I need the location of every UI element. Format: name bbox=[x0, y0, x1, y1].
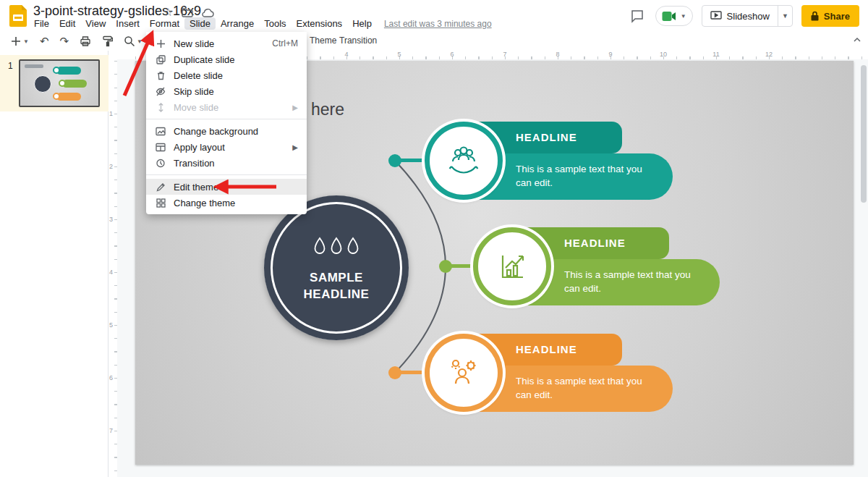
menu-format[interactable]: Format bbox=[145, 17, 184, 30]
menu-item-change-background[interactable]: Change background bbox=[146, 123, 307, 139]
header-actions: ▼ Slideshow ▼ Share bbox=[628, 5, 859, 27]
theme-button[interactable]: Theme bbox=[310, 35, 336, 46]
move-vertical-icon bbox=[155, 103, 166, 112]
menu-item-skip-slide[interactable]: Skip slide bbox=[146, 83, 307, 99]
change-theme-icon bbox=[155, 198, 166, 208]
move-folder-icon[interactable] bbox=[182, 8, 193, 17]
thumb-green-pill bbox=[62, 80, 87, 88]
google-slides-logo-icon[interactable] bbox=[9, 5, 27, 27]
slide-number-label: 1 bbox=[8, 61, 13, 71]
menu-item-delete-slide[interactable]: Delete slide bbox=[146, 67, 307, 83]
eye-off-icon bbox=[155, 87, 166, 96]
ruler-ticks bbox=[114, 61, 117, 477]
menu-item-duplicate-slide[interactable]: Duplicate slide bbox=[146, 51, 307, 67]
ruler-number: 5 bbox=[392, 51, 407, 58]
ruler-number: 6 bbox=[109, 374, 113, 381]
undo-button[interactable]: ↶ bbox=[40, 35, 49, 48]
paint-format-button[interactable] bbox=[102, 35, 113, 47]
vertical-scrollbar[interactable] bbox=[861, 65, 867, 203]
toolbar: ▼ ↶ ↷ ▼ Theme Transition bbox=[0, 32, 868, 51]
trash-icon bbox=[155, 71, 166, 80]
ruler-number: 3 bbox=[109, 216, 113, 223]
menu-file[interactable]: File bbox=[29, 17, 54, 30]
transition-icon bbox=[155, 159, 166, 168]
chevron-down-icon: ▼ bbox=[681, 13, 686, 20]
green-icon-circle[interactable] bbox=[473, 227, 551, 305]
slideshow-dropdown-button[interactable]: ▼ bbox=[778, 6, 792, 26]
ruler-number: 8 bbox=[550, 51, 565, 58]
menu-item-new-slide[interactable]: New slide Ctrl+M bbox=[146, 35, 307, 51]
share-button[interactable]: Share bbox=[801, 5, 859, 27]
filmstrip-row: 1 bbox=[0, 55, 109, 111]
growth-chart-icon bbox=[492, 246, 532, 287]
menu-extensions[interactable]: Extensions bbox=[292, 17, 348, 30]
video-camera-icon bbox=[662, 11, 676, 22]
share-label: Share bbox=[824, 11, 850, 22]
slideshow-label: Slideshow bbox=[727, 11, 770, 22]
comments-button[interactable] bbox=[628, 7, 647, 25]
plus-icon bbox=[155, 39, 166, 48]
print-button[interactable] bbox=[80, 35, 91, 47]
slideshow-icon bbox=[710, 11, 722, 21]
slideshow-button[interactable]: Slideshow bbox=[702, 6, 778, 26]
center-headline-circle[interactable] bbox=[264, 195, 409, 340]
menu-bar: File Edit View Insert Format Slide Arran… bbox=[29, 17, 492, 30]
edit-theme-icon bbox=[155, 182, 166, 192]
meet-button[interactable]: ▼ bbox=[655, 6, 693, 26]
menu-separator bbox=[146, 174, 307, 175]
menu-slide[interactable]: Slide bbox=[184, 17, 216, 30]
background-icon bbox=[155, 127, 166, 136]
cloud-status-icon[interactable] bbox=[202, 8, 214, 17]
ruler-number: 2 bbox=[109, 163, 113, 170]
duplicate-icon bbox=[155, 55, 166, 64]
ruler-number: 12 bbox=[762, 51, 776, 58]
menu-tools[interactable]: Tools bbox=[259, 17, 291, 30]
google-slides-window: 3-point-strategy-gslides-16x9 ☆ File Edi… bbox=[0, 0, 868, 477]
shortcut-label: Ctrl+M bbox=[272, 38, 298, 48]
menu-item-edit-theme[interactable]: Edit theme bbox=[146, 179, 307, 195]
drops-icon bbox=[312, 236, 360, 259]
people-hand-icon bbox=[443, 140, 484, 181]
menu-edit[interactable]: Edit bbox=[54, 17, 80, 30]
menu-help[interactable]: Help bbox=[347, 17, 377, 30]
transition-button[interactable]: Transition bbox=[339, 35, 377, 46]
ruler-number: 4 bbox=[109, 269, 113, 276]
menu-arrange[interactable]: Arrange bbox=[216, 17, 259, 30]
ruler-number: 7 bbox=[109, 427, 113, 434]
submenu-arrow-icon: ▶ bbox=[292, 143, 298, 151]
thumb-green-dot bbox=[59, 80, 66, 87]
redo-button[interactable]: ↷ bbox=[60, 35, 69, 48]
thumb-title-block bbox=[25, 64, 43, 68]
ruler-number: 1 bbox=[109, 110, 113, 117]
vertical-ruler[interactable]: 1 2 3 4 5 6 7 bbox=[109, 59, 117, 477]
last-edit-status[interactable]: Last edit was 3 minutes ago bbox=[384, 19, 492, 29]
thumb-orange-dot bbox=[53, 93, 60, 100]
menu-item-transition[interactable]: Transition bbox=[146, 155, 307, 171]
ruler-number: 4 bbox=[339, 51, 354, 58]
menu-item-apply-layout[interactable]: Apply layout ▶ bbox=[146, 139, 307, 155]
menu-item-move-slide[interactable]: Move slide ▶ bbox=[146, 99, 307, 115]
thumb-orange-pill bbox=[56, 93, 81, 101]
slide-dropdown-menu: New slide Ctrl+M Duplicate slide Delete … bbox=[146, 32, 307, 214]
lock-icon bbox=[811, 11, 819, 21]
submenu-arrow-icon: ▶ bbox=[292, 104, 298, 111]
menu-view[interactable]: View bbox=[80, 17, 111, 30]
ruler-number: 7 bbox=[498, 51, 512, 58]
top-bar: 3-point-strategy-gslides-16x9 ☆ File Edi… bbox=[0, 0, 868, 32]
menu-item-change-theme[interactable]: Change theme bbox=[146, 195, 307, 211]
thumb-center-circle bbox=[34, 75, 51, 93]
ruler-number: 5 bbox=[109, 321, 113, 329]
new-slide-button[interactable]: ▼ bbox=[10, 35, 29, 47]
zoom-button[interactable]: ▼ bbox=[124, 35, 142, 47]
menu-insert[interactable]: Insert bbox=[111, 17, 145, 30]
center-headline-text: SAMPLE HEADLINE bbox=[264, 269, 409, 303]
ruler-number: 10 bbox=[656, 51, 671, 58]
hide-menus-button[interactable] bbox=[852, 35, 862, 45]
orange-icon-circle[interactable] bbox=[425, 334, 503, 412]
thumb-teal-dot bbox=[53, 67, 60, 74]
idea-gears-person-icon bbox=[443, 353, 484, 393]
slide-thumbnail[interactable] bbox=[19, 59, 100, 107]
teal-icon-circle[interactable] bbox=[425, 122, 503, 200]
ruler-number: 11 bbox=[709, 51, 723, 58]
filmstrip-panel: 1 bbox=[0, 51, 109, 477]
